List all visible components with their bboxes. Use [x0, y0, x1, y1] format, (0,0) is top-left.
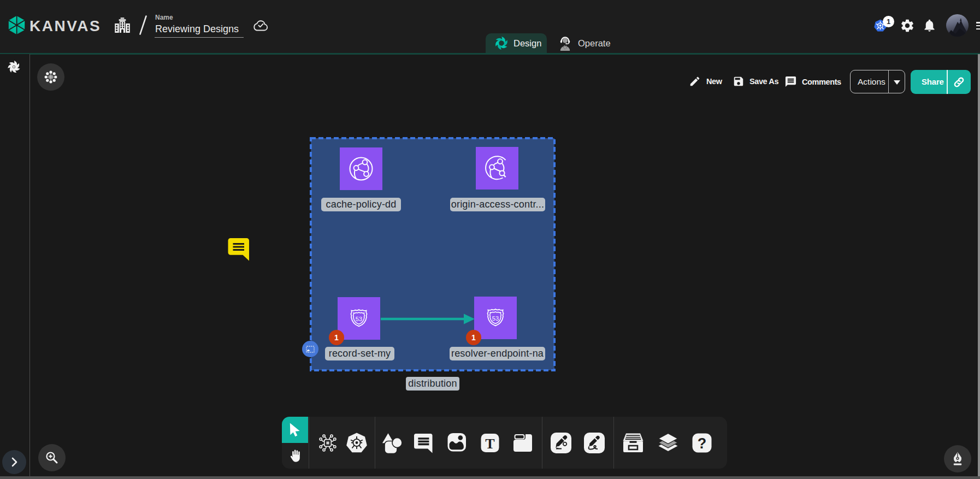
svg-text:T: T	[485, 435, 494, 451]
svg-text:53: 53	[492, 315, 499, 322]
svg-text:?: ?	[698, 435, 707, 451]
svg-text:53: 53	[356, 316, 362, 322]
